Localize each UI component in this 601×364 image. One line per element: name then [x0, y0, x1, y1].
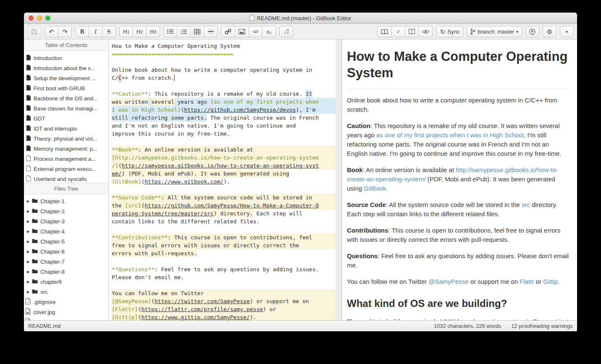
file-tree-folder-chapter-6[interactable]: ▶Chapter-6: [24, 246, 108, 257]
toolbar-button-table[interactable]: [190, 26, 204, 37]
page-filled-icon: [26, 65, 31, 72]
editor-line: **Questions**: Feel free to ask any ques…: [112, 265, 336, 273]
traffic-lights: [29, 16, 50, 21]
preview-link[interactable]: Gittip.: [543, 278, 559, 285]
file-tree-label: .gitignore: [33, 299, 55, 305]
toolbar-button-subscript[interactable]: x₂: [262, 26, 276, 37]
toc-item-memory-management-p[interactable]: Memory management: p...: [24, 144, 108, 154]
toolbar-button-save[interactable]: [27, 26, 41, 37]
preview-link[interactable]: Flattr: [520, 278, 534, 285]
expand-triangle-icon[interactable]: ▶: [27, 270, 29, 274]
editor-line: [Gittip](https://www.gittip.com/SamyPess…: [112, 313, 336, 320]
toolbar-button-sort[interactable]: ↓AZ: [279, 26, 293, 37]
toolbar-button-sync[interactable]: ↻Sync: [436, 26, 463, 37]
toc-item-theory-physical-and-virt[interactable]: Theory: physical and virt...: [24, 134, 108, 144]
toc-item-idt-and-interrupts[interactable]: IDT and interrupts: [24, 123, 108, 134]
expand-triangle-icon[interactable]: ▶: [27, 199, 29, 203]
file-tree-folder-chapter-8[interactable]: ▶Chapter-8: [24, 267, 108, 277]
close-button[interactable]: [29, 16, 34, 21]
toolbar-left: ↶↷BISH1H2H3123</>x₂↓AZ: [27, 26, 293, 37]
toolbar-button-spellcheck[interactable]: ✓: [391, 26, 405, 37]
toc-item-userland-and-syscalls[interactable]: Userland and syscalls: [24, 174, 108, 183]
file-tree-folder-src[interactable]: ▶src: [24, 287, 108, 297]
file-tree-folder-chapter-5[interactable]: ▶Chapter-5: [24, 236, 108, 246]
zoom-button[interactable]: [45, 16, 50, 21]
expand-triangle-icon[interactable]: ▶: [27, 209, 29, 213]
status-proofreading-warnings[interactable]: 12 proofreading warnings: [511, 323, 573, 329]
expand-triangle-icon[interactable]: ▶: [27, 250, 29, 254]
file-tree-file-cover-small-jpg[interactable]: cover_small.jpg: [24, 317, 108, 320]
editor-line: [112, 138, 336, 146]
toolbar-button-book-preview[interactable]: [377, 26, 392, 37]
toolbar-button-image[interactable]: [235, 26, 249, 37]
preview-link[interactable]: as one of my first projects when I was i…: [376, 131, 524, 139]
toolbar-button-code[interactable]: </>: [249, 26, 262, 37]
file-tree-file-gitignore[interactable]: </>.gitignore: [24, 297, 108, 307]
expand-triangle-icon[interactable]: ▶: [27, 220, 29, 223]
preview-link[interactable]: @SamyPesse: [428, 278, 468, 285]
expand-triangle-icon[interactable]: ▶: [27, 280, 29, 284]
toolbar-button-strikethrough[interactable]: S: [102, 26, 116, 37]
toc-item-base-classes-for-managi[interactable]: Base classes for managi...: [24, 103, 108, 113]
minimize-button[interactable]: [37, 16, 42, 21]
toolbar-button-split-view[interactable]: [405, 26, 419, 37]
toolbar-button-heading-1[interactable]: H1: [119, 26, 133, 37]
text-cursor: [174, 75, 175, 81]
toc-item-external-program-execu[interactable]: External program execu...: [24, 164, 108, 174]
editor-line: errors with pull-requests.: [112, 249, 336, 257]
preview-link[interactable]: src: [522, 201, 530, 208]
toc-item-setup-the-development[interactable]: Setup the development ...: [24, 73, 108, 83]
toc-item-backbone-of-the-os-and[interactable]: Backbone of the OS and...: [24, 93, 108, 103]
preview-link[interactable]: http://samypesse.gitbooks.io/how-to-crea…: [347, 166, 558, 183]
chevron-down-icon: ▾: [566, 29, 568, 34]
table-of-contents: IntroductionIntroduction about the x...S…: [24, 51, 108, 183]
file-tree-label: Chapter-7: [40, 259, 65, 265]
file-tree-folder-chapter-4[interactable]: ▶Chapter-4: [24, 226, 108, 236]
file-tree-folder-chapter-7[interactable]: ▶Chapter-7: [24, 257, 108, 267]
toolbar-button-unordered-list[interactable]: [163, 26, 177, 37]
editor-line: [112, 281, 336, 289]
toolbar-button-publish[interactable]: [525, 26, 539, 37]
file-tree-folder-chapter9[interactable]: ▶chapter9: [24, 277, 108, 287]
toolbar-button-italic[interactable]: I: [89, 26, 102, 37]
toolbar-button-preview-toggle[interactable]: [418, 26, 433, 37]
toolbar-button-more[interactable]: ▾: [560, 26, 574, 37]
toolbar-button-ordered-list[interactable]: 123: [177, 26, 191, 37]
statusbar: README.md 1032 characters, 225 words 12 …: [24, 320, 577, 331]
toolbar-button-branch[interactable]: branch: master▾: [467, 26, 522, 37]
toolbar-button-label: H1: [123, 29, 129, 35]
preview-link[interactable]: GitBook.: [364, 185, 388, 192]
toolbar-button-horizontal-rule[interactable]: [204, 26, 218, 37]
markdown-editor[interactable]: How to Make a Computer Operating System=…: [109, 39, 336, 320]
toolbar-button-settings[interactable]: ⚙: [543, 26, 556, 37]
toolbar-button-heading-2[interactable]: H2: [133, 26, 147, 37]
toc-item-label: Theory: physical and virt...: [34, 136, 97, 142]
preview-pane[interactable]: How to Make a Computer Operating SystemO…: [341, 39, 577, 320]
main-area: Table of Contents IntroductionIntroducti…: [24, 39, 577, 320]
expand-triangle-icon[interactable]: ▶: [27, 290, 29, 294]
toc-item-first-boot-with-grub[interactable]: First boot with GRUB: [24, 83, 108, 93]
file-tree-folder-chapter-1[interactable]: ▶Chapter-1: [24, 196, 108, 206]
toolbar-button-heading-3[interactable]: H3: [146, 26, 160, 37]
toc-item-introduction[interactable]: Introduction: [24, 53, 108, 63]
toc-item-introduction-about-the-x[interactable]: Introduction about the x...: [24, 63, 108, 73]
toc-item-process-management-a[interactable]: Process management a...: [24, 154, 108, 164]
folder-icon: [32, 279, 38, 285]
toolbar-group: ↓AZ: [279, 26, 293, 37]
expand-triangle-icon[interactable]: ▶: [27, 260, 29, 264]
expand-triangle-icon[interactable]: ▶: [27, 240, 29, 244]
editor-line: Please don't email me.: [112, 273, 336, 281]
file-tree-label: Chapter-6: [40, 249, 65, 255]
expand-triangle-icon[interactable]: ▶: [27, 230, 29, 233]
document-icon: [250, 15, 255, 22]
file-tree-file-cover-jpg[interactable]: cover.jpg: [24, 307, 108, 317]
toolbar-button-bold[interactable]: B: [75, 26, 89, 37]
toolbar-button-redo[interactable]: ↷: [58, 26, 72, 37]
toc-item-gdt[interactable]: GDT: [24, 113, 108, 123]
editor-line: **Source Code**: All the system source c…: [112, 194, 336, 202]
toolbar-button-label: H3: [150, 29, 156, 35]
toolbar-button-undo[interactable]: ↶: [45, 26, 58, 37]
file-tree-folder-chapter-2[interactable]: ▶Chapter-2: [24, 206, 108, 216]
toolbar-button-link[interactable]: [221, 26, 235, 37]
file-tree-folder-chapter-3[interactable]: ▶Chapter-3: [24, 216, 108, 226]
